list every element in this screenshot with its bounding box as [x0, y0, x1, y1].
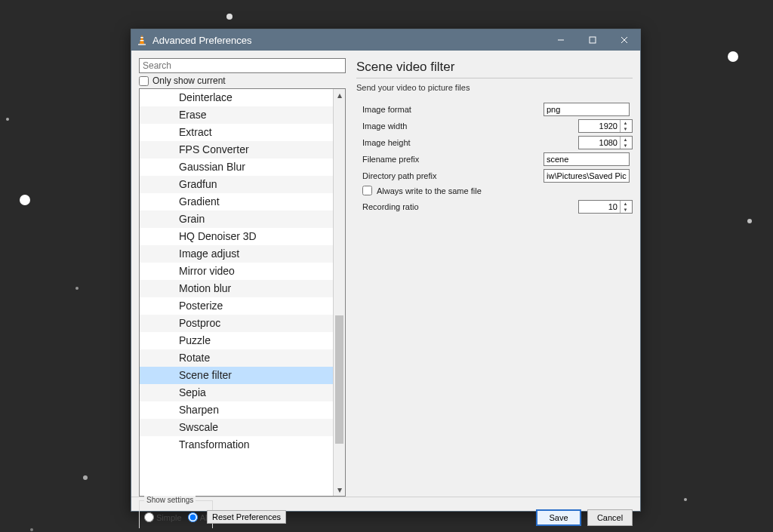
- tree-item[interactable]: Postproc: [140, 315, 333, 332]
- preferences-tree[interactable]: DeinterlaceEraseExtractFPS ConverterGaus…: [139, 88, 346, 497]
- maximize-button[interactable]: [577, 29, 608, 51]
- preferences-window: Advanced Preferences Only show current D…: [131, 29, 641, 512]
- image-width-stepper[interactable]: ▲▼: [578, 119, 633, 133]
- tree-item[interactable]: Sepia: [140, 384, 333, 401]
- image-width-label: Image width: [356, 121, 544, 131]
- all-radio[interactable]: All: [188, 512, 209, 522]
- tree-item[interactable]: Mirror video: [140, 263, 333, 280]
- tree-item[interactable]: Erase: [140, 106, 333, 124]
- tree-item[interactable]: Scene filter: [140, 367, 333, 384]
- dialog-footer: Show settings Simple All Reset Preferenc…: [131, 497, 640, 511]
- tree-item[interactable]: Puzzle: [140, 332, 333, 349]
- tree-item[interactable]: Sharpen: [140, 401, 333, 419]
- tree-item[interactable]: Rotate: [140, 349, 333, 367]
- reset-preferences-button[interactable]: Reset Preferences: [207, 510, 286, 524]
- tree-item[interactable]: FPS Converter: [140, 141, 333, 158]
- image-height-input[interactable]: [579, 138, 620, 147]
- tree-item[interactable]: Motion blur: [140, 280, 333, 297]
- filename-prefix-label: Filename prefix: [356, 155, 544, 164]
- tree-item[interactable]: Gradfun: [140, 176, 333, 193]
- tree-scrollbar[interactable]: ▴ ▾: [333, 89, 345, 496]
- show-settings-legend: Show settings: [144, 496, 196, 504]
- tree-item[interactable]: Gaussian Blur: [140, 158, 333, 176]
- svg-rect-2: [140, 37, 143, 38]
- recording-ratio-label: Recording ratio: [356, 202, 544, 211]
- tree-item[interactable]: Swscale: [140, 419, 333, 436]
- filename-prefix-input[interactable]: [544, 152, 630, 166]
- recording-ratio-input[interactable]: [579, 202, 620, 211]
- spin-up-icon[interactable]: ▲: [621, 137, 630, 143]
- tree-item[interactable]: Gradient: [140, 193, 333, 211]
- always-write-label: Always write to the same file: [377, 186, 482, 195]
- spin-down-icon[interactable]: ▼: [621, 143, 630, 149]
- tree-item[interactable]: Posterize: [140, 297, 333, 315]
- tree-item[interactable]: Transformation: [140, 436, 333, 454]
- simple-radio[interactable]: Simple: [144, 512, 182, 522]
- svg-rect-1: [138, 44, 146, 45]
- show-settings-group: Show settings Simple All: [139, 500, 213, 528]
- scroll-up-icon[interactable]: ▴: [334, 89, 345, 101]
- cancel-button[interactable]: Cancel: [587, 509, 633, 526]
- image-width-input[interactable]: [579, 121, 620, 131]
- svg-marker-0: [140, 35, 144, 44]
- tree-item[interactable]: Image adjust: [140, 245, 333, 263]
- directory-prefix-input[interactable]: [544, 169, 630, 183]
- minimize-button[interactable]: [545, 29, 577, 51]
- image-height-stepper[interactable]: ▲▼: [578, 136, 633, 149]
- spin-up-icon[interactable]: ▲: [621, 201, 630, 207]
- tree-item[interactable]: HQ Denoiser 3D: [140, 228, 333, 245]
- tree-item[interactable]: Grain: [140, 211, 333, 228]
- spin-down-icon[interactable]: ▼: [621, 207, 630, 213]
- tree-item[interactable]: Deinterlace: [140, 89, 333, 106]
- svg-rect-5: [590, 37, 596, 43]
- search-input[interactable]: [139, 58, 346, 73]
- panel-title: Scene video filter: [356, 60, 633, 78]
- scroll-down-icon[interactable]: ▾: [334, 484, 345, 496]
- recording-ratio-stepper[interactable]: ▲▼: [578, 200, 633, 214]
- image-format-input[interactable]: [544, 103, 630, 116]
- settings-panel: Scene video filter Send your video to pi…: [356, 58, 633, 497]
- spin-up-icon[interactable]: ▲: [621, 120, 630, 126]
- directory-prefix-label: Directory path prefix: [356, 171, 544, 180]
- spin-down-icon[interactable]: ▼: [621, 126, 630, 132]
- always-write-box[interactable]: [362, 186, 372, 195]
- panel-separator: [356, 78, 633, 78]
- tree-item[interactable]: Extract: [140, 124, 333, 141]
- always-write-checkbox[interactable]: Always write to the same file: [356, 186, 633, 195]
- svg-rect-3: [140, 40, 144, 41]
- only-show-current-box[interactable]: [139, 76, 149, 86]
- only-show-current-checkbox[interactable]: Only show current: [139, 75, 346, 86]
- panel-subtitle: Send your video to picture files: [356, 83, 633, 92]
- window-title: Advanced Preferences: [152, 35, 545, 46]
- image-height-label: Image height: [356, 138, 544, 147]
- close-button[interactable]: [608, 29, 640, 51]
- titlebar[interactable]: Advanced Preferences: [131, 29, 640, 51]
- image-format-label: Image format: [356, 105, 544, 114]
- only-show-current-label: Only show current: [152, 75, 226, 86]
- vlc-cone-icon: [136, 34, 148, 46]
- save-button[interactable]: Save: [536, 509, 581, 526]
- scroll-thumb[interactable]: [335, 315, 343, 444]
